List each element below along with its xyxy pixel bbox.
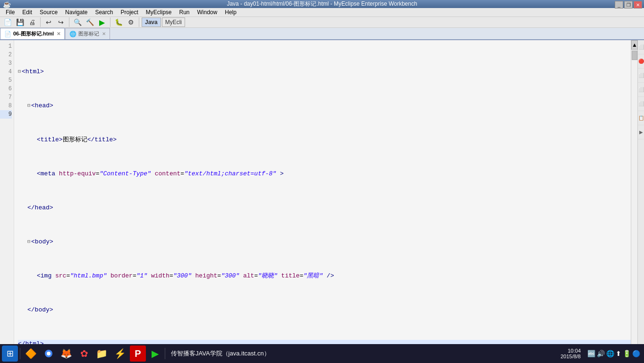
- toolbar-sep2: [69, 17, 69, 27]
- minimize-button[interactable]: _: [615, 1, 623, 9]
- taskbar: ⊞ 🔶 🦊 ✿ 📁 ⚡ P ▶ 传智播客JAVA学院（java.itcast.c…: [0, 344, 644, 363]
- svg-point-1: [47, 352, 51, 355]
- taskbar-app-system[interactable]: 🔶: [22, 346, 40, 362]
- line-num-8: 8: [0, 102, 12, 110]
- tray-icon-4[interactable]: ⬆: [616, 350, 621, 357]
- code-line-8: </body>: [18, 306, 634, 314]
- taskbar-text: 传智播客JAVA学院（java.itcast.cn）: [167, 349, 274, 358]
- sidebar-icon-1[interactable]: ⬜: [638, 40, 644, 54]
- new-button[interactable]: 📄: [2, 17, 13, 27]
- line-numbers: 1 2 3 4 5 6 7 8 9: [0, 40, 14, 363]
- sidebar-icon-3[interactable]: ⬜: [638, 69, 644, 83]
- start-button[interactable]: ⊞: [2, 346, 18, 362]
- scrollbar-v[interactable]: ▲ ▼: [631, 40, 637, 361]
- taskbar-divider-1: [20, 348, 20, 359]
- settings-button[interactable]: ⚙: [125, 17, 136, 27]
- taskbar-app-6[interactable]: ⚡: [111, 346, 129, 362]
- scroll-up-btn[interactable]: ▲: [631, 40, 638, 50]
- line-num-6: 6: [0, 85, 12, 93]
- tab-html-file[interactable]: 📄 06-图形标记.html ✕: [0, 28, 65, 39]
- run-button[interactable]: ▶: [96, 17, 108, 27]
- tab-preview-close[interactable]: ✕: [102, 31, 106, 36]
- tray-icon-1[interactable]: 🔤: [587, 350, 595, 357]
- taskbar-app-firefox[interactable]: 🦊: [58, 346, 75, 362]
- taskbar-app-streaming[interactable]: ▶: [147, 346, 163, 362]
- perspective-java[interactable]: Java: [142, 17, 161, 27]
- code-line-6: ⊟ <body>: [18, 238, 634, 246]
- tray-icon-6[interactable]: 🔵: [632, 350, 640, 357]
- app-icon: ☕: [3, 0, 11, 8]
- line-num-3: 3: [0, 59, 12, 68]
- sidebar-icon-4[interactable]: ⬜: [638, 83, 644, 97]
- clock-time: 10:04: [560, 348, 581, 354]
- taskbar-app-7[interactable]: P: [130, 346, 146, 362]
- menu-window[interactable]: Window: [194, 8, 221, 17]
- toolbar-sep4: [139, 17, 139, 27]
- restore-button[interactable]: ❐: [624, 1, 633, 9]
- taskbar-app-4[interactable]: ✿: [76, 346, 92, 362]
- system-tray: 🔤 🔊 🌐 ⬆ 🔋 🔵: [585, 350, 642, 357]
- line-num-5: 5: [0, 76, 12, 85]
- toolbar-sep1: [40, 17, 41, 27]
- line-num-4: 4: [0, 68, 12, 76]
- sidebar-icon-5[interactable]: ⬜: [638, 97, 644, 111]
- window-title: Java - day01-html/html/06-图形标记.html - My…: [0, 0, 644, 8]
- tray-icon-3[interactable]: 🌐: [606, 350, 614, 357]
- menu-edit[interactable]: Edit: [18, 8, 36, 17]
- redo-button[interactable]: ↪: [55, 17, 67, 27]
- code-line-7: <img src="html.bmp" border="1" width="30…: [18, 272, 634, 280]
- toolbar-sep3: [110, 17, 110, 27]
- line-num-9: 9: [0, 110, 12, 119]
- sidebar-icon-7[interactable]: ▶: [638, 125, 644, 139]
- taskbar-divider-2: [165, 348, 165, 359]
- scroll-thumb[interactable]: [632, 51, 637, 60]
- sidebar-icon-6[interactable]: 📋: [638, 111, 644, 125]
- line-num-2: 2: [0, 51, 12, 59]
- perspective-myecli[interactable]: MyEcli: [162, 17, 185, 27]
- clock-date: 2015/8/8: [560, 354, 581, 359]
- tab-html-label: 06-图形标记.html: [13, 30, 54, 37]
- undo-button[interactable]: ↩: [43, 17, 54, 27]
- collapse-6[interactable]: ⊟: [27, 238, 30, 246]
- menu-project[interactable]: Project: [117, 8, 142, 17]
- editor-wrapper: 1 2 3 4 5 6 7 8 9 ⊟ <html> ⊟: [0, 40, 644, 363]
- taskbar-clock: 10:04 2015/8/8: [560, 348, 585, 359]
- menu-source[interactable]: Source: [36, 8, 61, 17]
- line-num-1: 1: [0, 42, 12, 51]
- code-content[interactable]: ⊟ <html> ⊟ <head> <title>图形标记</title> <m…: [14, 40, 637, 363]
- tray-icon-5[interactable]: 🔋: [623, 350, 631, 357]
- menu-run[interactable]: Run: [176, 8, 194, 17]
- tab-bar: 📄 06-图形标记.html ✕ 🌐 图形标记 ✕: [0, 28, 644, 40]
- right-sidebar: ⬜ 🔴 ⬜ ⬜ ⬜ 📋 ▶: [637, 40, 644, 363]
- taskbar-app-folder[interactable]: 📁: [93, 346, 110, 362]
- print-button[interactable]: 🖨: [26, 17, 38, 27]
- menu-navigate[interactable]: Navigate: [61, 8, 91, 17]
- line-num-7: 7: [0, 93, 12, 102]
- menu-help[interactable]: Help: [221, 8, 240, 17]
- debug-button[interactable]: 🐛: [113, 17, 124, 27]
- menu-myeclipse[interactable]: MyEclipse: [142, 8, 176, 17]
- code-line-2: ⊟ <head>: [18, 102, 634, 110]
- sidebar-icon-2[interactable]: 🔴: [638, 54, 644, 69]
- code-line-5: </head>: [18, 204, 634, 212]
- code-line-3: <title>图形标记</title>: [18, 136, 634, 144]
- menu-file[interactable]: File: [2, 8, 18, 17]
- tab-preview-label: 图形标记: [78, 30, 99, 37]
- window-controls: _ ❐ ✕: [615, 1, 642, 9]
- taskbar-app-chrome[interactable]: [41, 346, 57, 362]
- search-button[interactable]: 🔍: [72, 17, 83, 27]
- title-bar: ☕ Java - day01-html/html/06-图形标记.html - …: [0, 0, 644, 8]
- menu-search[interactable]: Search: [91, 8, 117, 17]
- code-line-4: <meta http-equiv="Content-Type" content=…: [18, 170, 634, 178]
- collapse-2[interactable]: ⊟: [27, 102, 30, 110]
- close-button[interactable]: ✕: [634, 1, 642, 9]
- tab-preview[interactable]: 🌐 图形标记 ✕: [65, 28, 110, 39]
- toolbar: 📄 💾 🖨 ↩ ↪ 🔍 🔨 ▶ 🐛 ⚙ Java MyEcli: [0, 17, 644, 28]
- code-line-1: ⊟ <html>: [18, 68, 634, 76]
- collapse-1[interactable]: ⊟: [18, 68, 21, 76]
- tray-icon-2[interactable]: 🔊: [597, 350, 605, 357]
- build-button[interactable]: 🔨: [84, 17, 95, 27]
- save-button[interactable]: 💾: [14, 17, 25, 27]
- tab-html-close[interactable]: ✕: [57, 31, 60, 36]
- main-content: ☕ Java - day01-html/html/06-图形标记.html - …: [0, 0, 644, 344]
